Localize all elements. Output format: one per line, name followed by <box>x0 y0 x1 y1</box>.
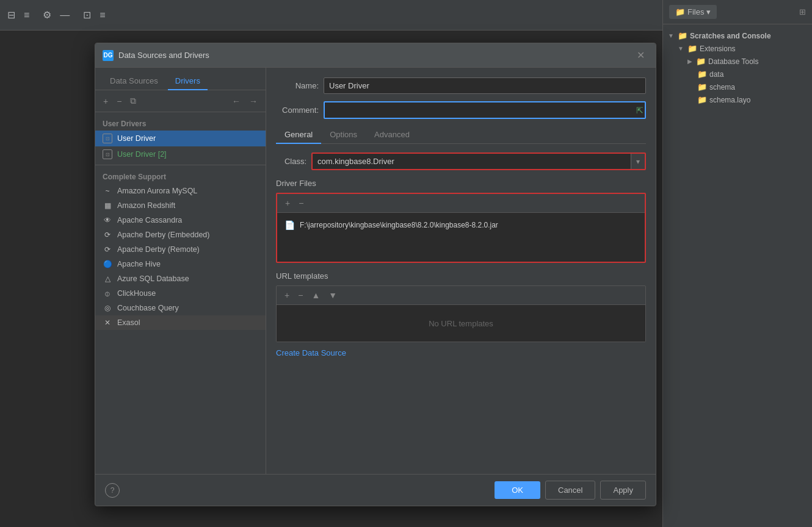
url-templates-content: No URL templates <box>277 305 645 342</box>
add-driver-button[interactable]: + <box>100 95 111 108</box>
comment-label: Comment: <box>276 106 319 115</box>
complete-support-section-label: Complete Support <box>95 168 266 184</box>
apache-derby-embedded-icon: ⟳ <box>103 231 112 239</box>
dialog-title-icon: DG <box>103 50 114 61</box>
driver-item-apache-hive[interactable]: 🔵 Apache Hive <box>95 257 266 271</box>
driver-file-entry[interactable]: 📄 F:\jarrepository\kingbase\kingbase8\8.… <box>282 218 640 232</box>
class-input[interactable] <box>313 154 631 169</box>
toolbar-icon-1[interactable]: ⊟ <box>5 7 18 23</box>
inner-tabs: General Options Advanced <box>276 126 646 144</box>
url-templates-section-title: URL templates <box>276 271 646 281</box>
tree-item-schema[interactable]: 📁 schema <box>663 81 812 93</box>
right-panel-expand-icon[interactable]: ⊞ <box>799 7 806 16</box>
driver-file-path: F:\jarrepository\kingbase\kingbase8\8.2.… <box>300 221 498 229</box>
driver-label-amazon-redshift: Amazon Redshift <box>117 201 175 210</box>
toolbar-icon-2[interactable]: ≡ <box>21 7 32 23</box>
toolbar-icon-3[interactable]: ⚙ <box>40 7 54 23</box>
driver-label-apache-hive: Apache Hive <box>117 260 161 268</box>
dialog-right-panel: Name: Comment: ⇱ General Options <box>266 68 656 474</box>
files-dropdown-icon: ▾ <box>706 7 711 16</box>
driver-files-toolbar: + − <box>277 194 645 213</box>
create-data-source-link[interactable]: Create Data Source <box>276 348 646 357</box>
driver-item-apache-derby-remote[interactable]: ⟳ Apache Derby (Remote) <box>95 242 266 257</box>
add-file-button[interactable]: + <box>282 196 293 210</box>
toolbar-icon-6[interactable]: ≡ <box>97 7 107 23</box>
dialog-left-panel: Data Sources Drivers + − ⧉ ← → User Driv… <box>95 68 266 474</box>
url-up-button[interactable]: ▲ <box>308 289 323 302</box>
driver-label-apache-cassandra: Apache Cassandra <box>117 216 182 224</box>
right-panel-tree: ▼ 📁 Scratches and Console ▼ 📁 Extensions… <box>663 24 812 111</box>
files-button[interactable]: 📁 Files ▾ <box>669 5 717 19</box>
tab-data-sources[interactable]: Data Sources <box>103 73 165 90</box>
add-url-button[interactable]: + <box>281 289 292 302</box>
files-folder-icon: 📁 <box>675 7 685 16</box>
driver-item-couchbase-query[interactable]: ◎ Couchbase Query <box>95 301 266 315</box>
remove-driver-button[interactable]: − <box>114 95 125 108</box>
azure-sql-database-icon: △ <box>103 274 112 283</box>
scratches-label: Scratches and Console <box>690 32 771 40</box>
dialog-footer: ? OK Cancel Apply <box>95 474 656 506</box>
dialog-close-button[interactable]: ✕ <box>633 48 648 62</box>
driver-icon: ⊡ <box>103 134 112 143</box>
amazon-redshift-icon: ▦ <box>103 201 112 210</box>
exasol-icon: ✕ <box>103 318 112 327</box>
driver-label-apache-derby-embedded: Apache Derby (Embedded) <box>117 231 209 239</box>
apply-button[interactable]: Apply <box>600 481 646 500</box>
driver-label-apache-derby-remote: Apache Derby (Remote) <box>117 245 200 254</box>
cancel-button[interactable]: Cancel <box>545 481 595 500</box>
dialog-body: Data Sources Drivers + − ⧉ ← → User Driv… <box>95 68 656 474</box>
comment-input[interactable] <box>324 101 646 119</box>
apache-hive-icon: 🔵 <box>103 260 112 268</box>
right-panel: 📁 Files ▾ ⊞ ▼ 📁 Scratches and Console ▼ … <box>662 0 812 527</box>
driver-item-apache-derby-embedded[interactable]: ⟳ Apache Derby (Embedded) <box>95 228 266 242</box>
name-input[interactable] <box>324 77 646 94</box>
tab-advanced[interactable]: Advanced <box>366 126 418 144</box>
driver-item-apache-cassandra[interactable]: 👁 Apache Cassandra <box>95 213 266 228</box>
dialog-title: Data Sources and Drivers <box>118 51 628 60</box>
driver-item-user-driver[interactable]: ⊡ User Driver <box>95 131 266 146</box>
toolbar-icon-5[interactable]: ⊡ <box>81 7 93 23</box>
jar-file-icon: 📄 <box>285 220 295 230</box>
url-down-button[interactable]: ▼ <box>325 289 340 302</box>
toolbar-icon-4[interactable]: — <box>57 7 72 23</box>
back-button[interactable]: ← <box>229 95 244 108</box>
help-button[interactable]: ? <box>105 483 120 498</box>
tab-drivers[interactable]: Drivers <box>168 73 208 90</box>
dialog-titlebar: DG Data Sources and Drivers ✕ <box>95 43 656 68</box>
driver-item-clickhouse[interactable]: ⦶ ClickHouse <box>95 286 266 301</box>
comment-expand-button[interactable]: ⇱ <box>636 106 643 115</box>
url-templates-box: + − ▲ ▼ No URL templates <box>276 285 646 342</box>
folder-icon: 📁 <box>697 70 707 79</box>
tree-item-schema-layo-label: schema.layo <box>709 96 750 104</box>
ok-button[interactable]: OK <box>495 481 540 499</box>
driver-item-amazon-redshift[interactable]: ▦ Amazon Redshift <box>95 198 266 213</box>
copy-driver-button[interactable]: ⧉ <box>127 94 139 108</box>
driver-item-user-driver-2[interactable]: ⊡ User Driver [2] <box>95 146 266 162</box>
chevron-right-icon: ▼ <box>678 45 684 52</box>
folder-icon: 📁 <box>687 44 697 53</box>
class-row: Class: ▾ <box>276 152 646 170</box>
driver-item-exasol[interactable]: ✕ Exasol <box>95 315 266 330</box>
tree-item-schema-layo[interactable]: 📁 schema.layo <box>663 93 812 106</box>
remove-file-button[interactable]: − <box>295 196 306 210</box>
driver-item-azure-sql-database[interactable]: △ Azure SQL Database <box>95 271 266 286</box>
forward-button[interactable]: → <box>246 95 261 108</box>
tree-item-scratches[interactable]: ▼ 📁 Scratches and Console <box>663 29 812 42</box>
tab-general[interactable]: General <box>276 126 321 144</box>
class-dropdown-button[interactable]: ▾ <box>631 154 645 169</box>
driver-icon: ⊡ <box>103 149 112 159</box>
tree-item-extensions[interactable]: ▼ 📁 Extensions <box>663 42 812 55</box>
remove-url-button[interactable]: − <box>295 289 306 302</box>
url-empty-text: No URL templates <box>429 319 493 328</box>
driver-label-user-driver: User Driver <box>117 134 156 143</box>
driver-files-section-title: Driver Files <box>276 179 646 188</box>
driver-files-box: + − 📄 F:\jarrepository\kingbase\kingbase… <box>276 193 646 263</box>
tree-item-data[interactable]: 📁 data <box>663 68 812 81</box>
tab-options[interactable]: Options <box>321 126 366 144</box>
drivers-list: User Drivers ⊡ User Driver ⊡ User Driver… <box>95 112 266 474</box>
class-input-wrapper: ▾ <box>311 152 646 170</box>
driver-item-amazon-aurora-mysql[interactable]: ~ Amazon Aurora MySQL <box>95 184 266 198</box>
tree-item-database-tools[interactable]: ▶ 📁 Database Tools <box>663 55 812 68</box>
name-label: Name: <box>276 81 319 90</box>
clickhouse-icon: ⦶ <box>103 289 112 298</box>
